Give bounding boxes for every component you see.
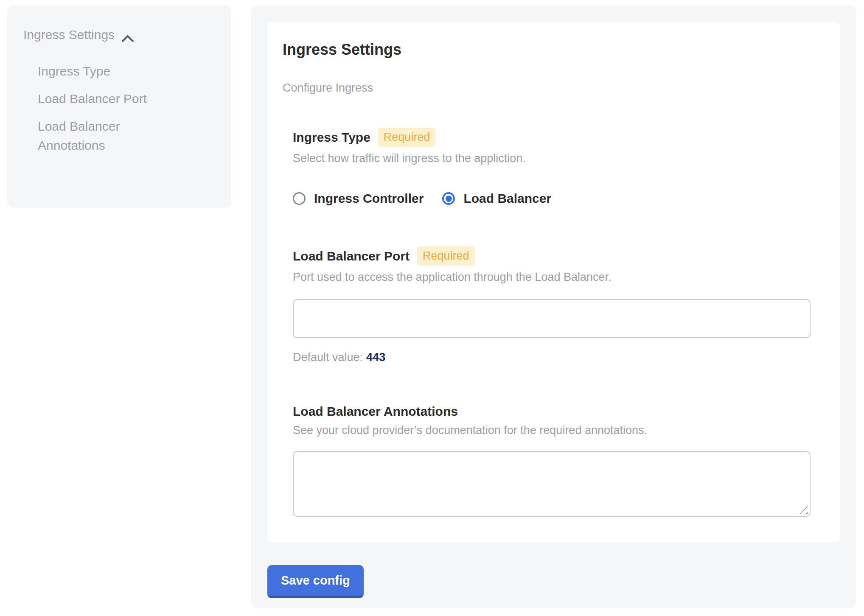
page-title: Ingress Settings [283,41,825,59]
settings-sidebar: Ingress Settings Ingress Type Load Balan… [7,6,231,208]
default-value-number: 443 [366,351,385,364]
chevron-up-icon [121,31,134,40]
section-load-balancer-annotations: Load Balancer Annotations See your cloud… [293,404,825,517]
ingress-settings-card: Ingress Settings Configure Ingress Ingre… [267,22,840,542]
sidebar-group-ingress-settings[interactable]: Ingress Settings [23,28,216,42]
section-ingress-type: Ingress Type Required Select how traffic… [293,128,825,206]
sidebar-item-ingress-type[interactable]: Ingress Type [23,62,176,81]
ingress-type-options: Ingress Controller Load Balancer [293,191,825,206]
radio-label-ingress-controller: Ingress Controller [314,191,424,206]
lb-port-description: Port used to access the application thro… [293,271,825,284]
lb-port-label: Load Balancer Port [293,249,410,263]
lb-annotations-description: See your cloud provider’s documentation … [293,424,825,437]
lb-annotations-textarea[interactable] [293,451,811,517]
ingress-type-label: Ingress Type [293,130,370,145]
radio-option-ingress-controller[interactable]: Ingress Controller [293,191,424,206]
lb-annotations-textarea-wrap [293,451,811,517]
radio-ingress-controller[interactable] [293,192,306,205]
radio-label-load-balancer: Load Balancer [463,191,551,206]
radio-option-load-balancer[interactable]: Load Balancer [442,191,551,206]
lb-port-input[interactable] [293,299,811,338]
main-panel: Ingress Settings Configure Ingress Ingre… [251,6,856,608]
page-subtitle: Configure Ingress [283,81,825,95]
sidebar-item-load-balancer-annotations[interactable]: Load Balancer Annotations [23,117,176,155]
lb-annotations-label: Load Balancer Annotations [293,404,458,419]
radio-load-balancer[interactable] [442,192,455,205]
required-badge: Required [378,128,436,147]
lb-port-default-row: Default value:443 [293,351,825,364]
ingress-type-description: Select how traffic will ingress to the a… [293,152,825,165]
default-value-label: Default value: [293,351,363,364]
section-load-balancer-port: Load Balancer Port Required Port used to… [293,246,825,364]
sidebar-group-label: Ingress Settings [23,28,115,42]
required-badge: Required [417,246,475,266]
save-config-button[interactable]: Save config [267,565,364,598]
radio-selected-dot [446,196,452,202]
sidebar-item-load-balancer-port[interactable]: Load Balancer Port [23,89,176,108]
